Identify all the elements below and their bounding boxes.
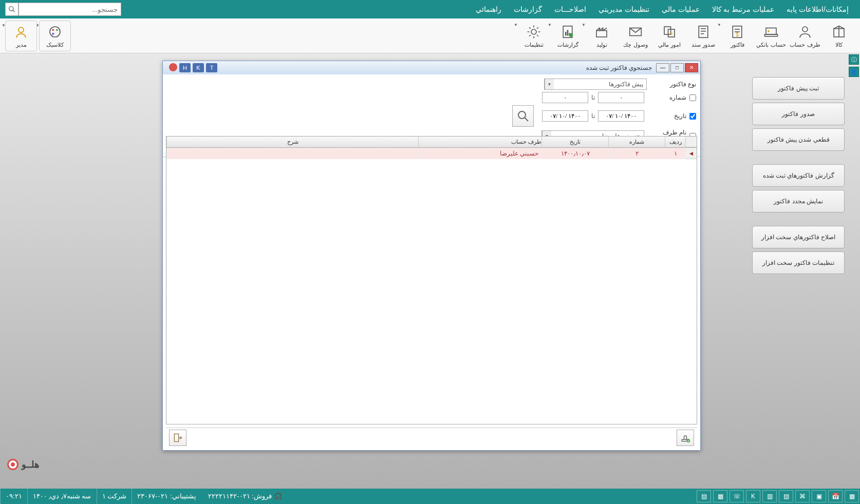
side-button-1[interactable]: صدور فاکتور <box>752 103 845 125</box>
report-icon <box>559 23 576 41</box>
menu-item-6[interactable]: راهنمائي <box>470 0 508 18</box>
svg-point-27 <box>52 29 54 31</box>
search-icon <box>8 6 15 13</box>
status-icon-note[interactable]: ▤ <box>779 490 793 502</box>
ribbon-user[interactable]: ▼مدیر <box>5 21 37 51</box>
status-icon-book[interactable]: ▥ <box>762 490 777 502</box>
date-to-input[interactable] <box>542 110 588 122</box>
col-sharh[interactable]: شرح <box>166 137 418 147</box>
side-button-4[interactable]: گزارش فاکتورهاي ثبت شده <box>752 164 845 187</box>
bank-icon <box>762 23 780 41</box>
ribbon-cheque[interactable]: وصول چك <box>620 21 651 51</box>
svg-text:$: $ <box>736 32 739 37</box>
menu-item-4[interactable]: اصلاحـــات <box>548 0 592 18</box>
window-minimize-button[interactable]: — <box>656 63 669 72</box>
label-number: شماره <box>647 94 686 101</box>
side-tool-info-icon[interactable]: ⓘ <box>849 54 859 65</box>
money-icon: $ <box>661 23 678 41</box>
col-radif[interactable]: ردیف <box>665 137 685 147</box>
cell-tarikh: ١۴٠٠٫١٠٫٠٧ <box>541 148 608 159</box>
date-from-input[interactable] <box>598 110 644 122</box>
side-button-0[interactable]: ثبت پیش فاکتور <box>752 77 845 100</box>
window-titlebar[interactable]: ✕ □ — جستجوي فاکتور ثبت شده T K H <box>163 61 700 74</box>
col-hesab[interactable]: طرف حساب <box>418 137 541 147</box>
menu-item-1[interactable]: عملیات مرتبط به کالا <box>706 0 781 18</box>
ribbon-label: تولید <box>596 42 607 48</box>
window-close-button[interactable]: ✕ <box>685 63 698 72</box>
ribbon-box[interactable]: کالا <box>823 21 855 51</box>
sep-to-2: تا <box>591 112 595 120</box>
badge-k[interactable]: K <box>193 63 204 72</box>
svg-line-32 <box>525 118 528 121</box>
ribbon-doc[interactable]: صدور سند <box>687 21 719 51</box>
gear-icon <box>525 23 543 41</box>
status-icon-share[interactable]: ⌘ <box>795 490 810 502</box>
number-checkbox[interactable] <box>689 94 696 101</box>
ribbon-report[interactable]: ▼گزارشات <box>552 21 584 51</box>
ribbon-money[interactable]: $امور مالي <box>653 21 685 51</box>
side-button-8[interactable]: تنظیمات فاکتور سخت افزار <box>752 251 845 274</box>
svg-point-30 <box>18 27 24 32</box>
exit-button[interactable] <box>169 430 186 446</box>
date-checkbox[interactable] <box>689 113 696 120</box>
cell-sharh <box>166 148 418 159</box>
ribbon-gear[interactable]: ▼تنظیمات <box>518 21 550 51</box>
svg-point-0 <box>9 7 13 11</box>
menu-item-3[interactable]: تنظیمات مدیریتي <box>592 0 656 18</box>
ribbon-invoice[interactable]: ▼$فاکتور <box>721 21 753 51</box>
col-tarikh[interactable]: تاریخ <box>541 137 608 147</box>
app-logo-text: هلــو <box>22 459 40 470</box>
status-icon-print[interactable]: ▤ <box>697 490 711 502</box>
side-button-2[interactable]: قطعي شدن پیش فاکتور <box>752 128 845 151</box>
ribbon-label: حساب بانکي <box>756 42 786 48</box>
box-icon <box>830 23 848 41</box>
side-button-7[interactable]: اصلاح فاکتورهاي سخت افزار <box>752 226 845 248</box>
status-icon-k[interactable]: K <box>746 490 760 502</box>
action-panel: ثبت پیش فاکتورصدور فاکتورقطعي شدن پیش فا… <box>752 77 845 277</box>
grid-row[interactable]: ◄١٢١۴٠٠٫١٠٫٠٧حسیني علیرضا <box>166 148 697 159</box>
grid-corner <box>685 137 697 147</box>
stamp-button[interactable] <box>677 430 694 446</box>
window-title: جستجوي فاکتور ثبت شده <box>165 64 655 71</box>
number-from-input[interactable] <box>598 92 644 103</box>
cheque-icon <box>627 23 644 41</box>
status-icon-calendar[interactable]: 📅 <box>828 490 843 502</box>
menu-item-5[interactable]: گزارشات <box>508 0 548 18</box>
number-to-input[interactable] <box>542 92 588 103</box>
status-icon-map[interactable]: ▣ <box>812 490 826 502</box>
ribbon-label: گزارشات <box>557 42 578 48</box>
ribbon-person[interactable]: طرف حساب <box>789 21 821 51</box>
ribbon-bank[interactable]: حساب بانکي <box>755 21 787 51</box>
ribbon-palette[interactable]: ▼کلاسیک <box>39 21 71 51</box>
svg-point-25 <box>531 29 536 34</box>
stamp-icon <box>680 433 690 443</box>
ribbon-factory[interactable]: ▼تولید <box>586 21 618 51</box>
factory-icon <box>593 23 610 41</box>
svg-rect-5 <box>765 34 778 36</box>
status-date: سه شنبه٫٧ دي٫ ١۴٠٠ <box>27 489 97 504</box>
badge-t[interactable]: T <box>206 63 217 72</box>
side-button-5[interactable]: نمایش مجدد فاکتور <box>752 190 845 212</box>
status-icon-calendar2[interactable]: ▦ <box>713 490 727 502</box>
status-icon-grid[interactable]: ▦ <box>845 490 859 502</box>
side-tool-user-icon[interactable]: 👤 <box>849 67 859 77</box>
search-input[interactable] <box>18 3 121 16</box>
search-container <box>5 3 121 16</box>
cell-shomare: ٢ <box>608 148 665 159</box>
svg-rect-35 <box>174 434 178 441</box>
col-shomare[interactable]: شماره <box>608 137 665 147</box>
search-execute-button[interactable] <box>512 105 534 127</box>
sep-to-1: تا <box>591 94 595 101</box>
status-company: شرکت ١ <box>97 489 132 504</box>
status-icon-phone[interactable]: ☏ <box>730 490 744 502</box>
search-button[interactable] <box>5 3 18 16</box>
window-maximize-button[interactable]: □ <box>670 63 684 72</box>
menu-item-2[interactable]: عملیات مالي <box>656 0 706 18</box>
menu-item-0[interactable]: إمكانات/اطلاعات پایه <box>780 0 855 18</box>
results-grid: ردیف شماره تاریخ طرف حساب شرح ◄١٢١۴٠٠٫١٠… <box>166 136 697 424</box>
ribbon-label: کلاسیک <box>46 42 64 48</box>
type-dropdown[interactable]: پیش فاکتورها ▼ <box>544 79 647 90</box>
badge-h[interactable]: H <box>179 63 191 72</box>
svg-rect-22 <box>567 30 569 35</box>
chevron-down-icon: ▼ <box>514 23 518 27</box>
